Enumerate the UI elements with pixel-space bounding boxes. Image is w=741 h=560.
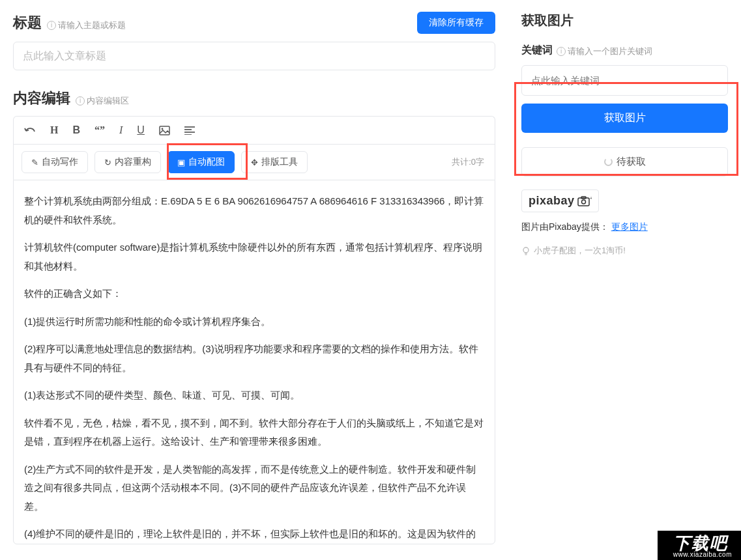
layout-tool-button[interactable]: ✥排版工具: [241, 151, 308, 173]
paragraph: 软件的正确含义如下：: [24, 285, 484, 303]
image-icon[interactable]: [159, 126, 170, 135]
more-images-link[interactable]: 更多图片: [611, 221, 648, 232]
paragraph: 软件看不见，无色，枯燥，看不见，摸不到，闻不到。软件大部分存在于人们的头脑或纸上…: [24, 414, 484, 451]
title-header: 标题 i 请输入主题或标题 清除所有缓存: [13, 12, 495, 34]
title-hint: i 请输入主题或标题: [47, 20, 126, 31]
info-icon: i: [47, 21, 56, 30]
paragraph: 整个计算机系统由两部分组成：E.69DA 5 E 6 BA 9062616964…: [24, 192, 484, 229]
svg-text:+: +: [590, 196, 592, 201]
lightbulb-icon: [521, 246, 530, 255]
title-label: 标题: [13, 13, 42, 33]
camera-icon: +: [577, 196, 592, 206]
clear-cache-button[interactable]: 清除所有缓存: [417, 12, 495, 34]
paragraph: (1)表达形式不同的硬件类型、颜色、味道、可见、可摸、可闻。: [24, 386, 484, 405]
svg-point-10: [523, 247, 529, 253]
align-left-icon[interactable]: [184, 126, 195, 135]
restructure-button[interactable]: ↻内容重构: [94, 151, 161, 173]
title-input[interactable]: [13, 42, 495, 70]
content-edit-hint: i 内容编辑区: [76, 95, 129, 107]
keyword-label: 关键词: [521, 44, 553, 57]
picture-icon: ▣: [177, 158, 185, 167]
paragraph: (2)生产方式不同的软件是开发，是人类智能的高发挥，而不是传统意义上的硬件制造。…: [24, 460, 484, 516]
svg-rect-6: [578, 198, 589, 206]
undo-icon[interactable]: [24, 125, 36, 135]
bold-icon[interactable]: B: [72, 124, 80, 136]
underline-icon[interactable]: U: [137, 124, 145, 136]
provided-by-line: 图片由Pixabay提供： 更多图片: [521, 221, 728, 233]
settings-icon: ✥: [251, 158, 258, 167]
fetch-image-button[interactable]: 获取图片: [521, 104, 728, 133]
pencil-icon: ✎: [31, 158, 38, 167]
refresh-icon: ↻: [104, 158, 111, 167]
editor-body[interactable]: 整个计算机系统由两部分组成：E.69DA 5 E 6 BA 9062616964…: [13, 180, 495, 544]
note-line: 小虎子配图，一次1淘币!: [521, 245, 728, 257]
spinner-icon: [604, 158, 613, 166]
content-edit-label: 内容编辑: [13, 89, 70, 108]
word-count: 共计:0字: [452, 156, 484, 168]
info-icon: i: [557, 47, 566, 56]
info-icon: i: [76, 96, 85, 105]
auto-write-button[interactable]: ✎自动写作: [22, 151, 88, 173]
heading-icon[interactable]: H: [50, 124, 58, 136]
editor-toolbar: H B “” I U ✎自动写作 ↻内容重构 ▣自动配图 ✥排版: [13, 116, 495, 180]
quote-icon[interactable]: “”: [94, 124, 105, 136]
sidebar-heading: 获取图片: [521, 12, 728, 29]
paragraph: (2)程序可以满意地处理信息的数据结构。(3)说明程序功能要求和程序需要的文档的…: [24, 340, 484, 377]
italic-icon[interactable]: I: [119, 124, 123, 136]
watermark: 下载吧 www.xiazaiba.com: [658, 531, 741, 560]
svg-rect-0: [160, 126, 169, 135]
keyword-input[interactable]: [521, 65, 728, 96]
waiting-button[interactable]: 待获取: [521, 147, 728, 176]
paragraph: 计算机软件(computer software)是指计算机系统中除硬件以外的所有…: [24, 238, 484, 275]
svg-point-7: [581, 200, 585, 204]
pixabay-logo: pixabay +: [521, 189, 599, 212]
auto-image-button[interactable]: ▣自动配图: [167, 151, 235, 173]
paragraph: (4)维护不同的硬件是旧的，理论上软件是旧的，并不坏，但实际上软件也是旧的和坏的…: [24, 525, 484, 544]
paragraph: (1)提供运行时所需功能和性能的命令或计算机程序集合。: [24, 313, 484, 331]
keyword-hint: i 请输入一个图片关键词: [557, 46, 652, 57]
